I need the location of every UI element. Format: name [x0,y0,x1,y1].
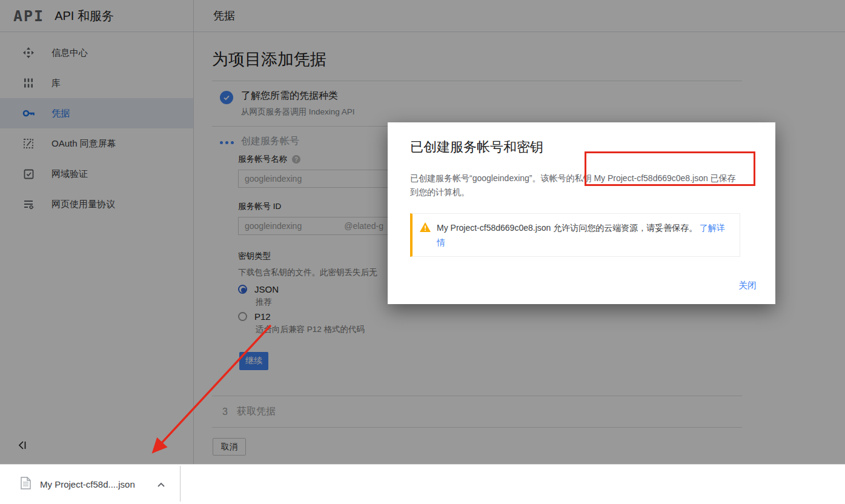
file-icon [21,477,31,492]
downloaded-filename: My Project-cf58d....json [40,479,135,489]
shelf-divider [180,466,181,502]
downloaded-file-item[interactable]: My Project-cf58d....json [0,465,180,504]
download-shelf: My Project-cf58d....json [0,464,845,504]
dialog-title: 已创建服务帐号和密钥 [410,138,754,156]
warning-banner: My Project-cf58d669c0e8.json 允许访问您的云端资源，… [410,213,740,257]
gcp-credentials-page: API API 和服务 凭据 信息中心 [0,0,845,504]
dialog-body-text: 已创建服务帐号“googleindexing”。该帐号的私钥 My Projec… [410,171,740,199]
close-dialog-button[interactable]: 关闭 [738,280,757,291]
warning-text: My Project-cf58d669c0e8.json 允许访问您的云端资源，… [437,223,697,233]
warning-icon [420,222,431,250]
service-account-created-dialog: 已创建服务帐号和密钥 已创建服务帐号“googleindexing”。该帐号的私… [388,122,775,304]
chevron-up-icon[interactable] [157,482,165,488]
